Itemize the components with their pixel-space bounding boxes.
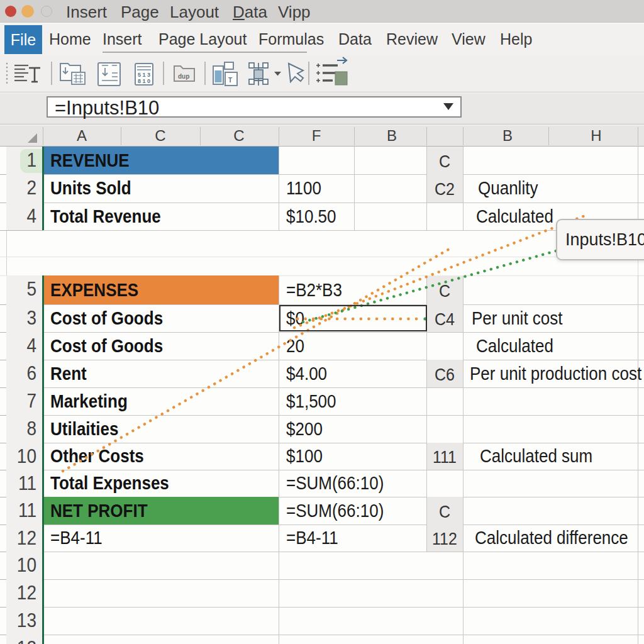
svg-text:dup: dup <box>178 73 189 80</box>
svg-text:T: T <box>228 77 232 84</box>
svg-text:8 1 0: 8 1 0 <box>138 78 150 84</box>
svg-text:5 1 3: 5 1 3 <box>138 72 150 78</box>
